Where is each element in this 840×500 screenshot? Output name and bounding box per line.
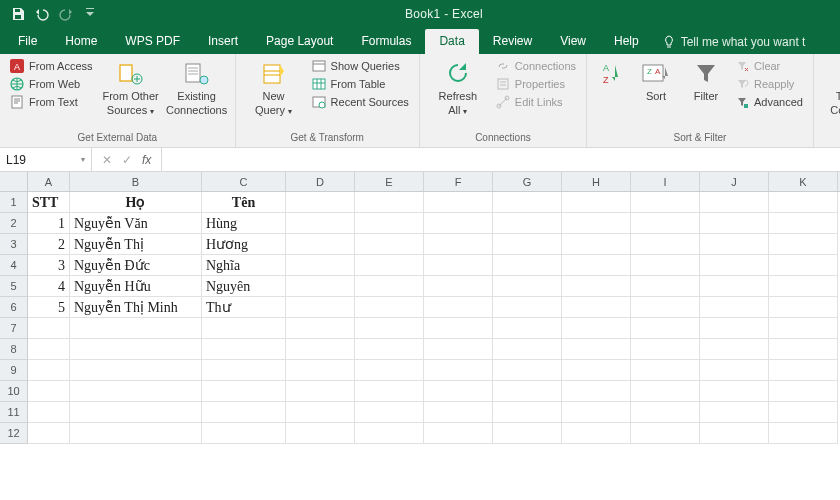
cell[interactable] bbox=[286, 276, 355, 297]
cell[interactable] bbox=[493, 192, 562, 213]
col-header[interactable]: A bbox=[28, 172, 70, 191]
cell[interactable] bbox=[769, 318, 838, 339]
col-header[interactable]: E bbox=[355, 172, 424, 191]
cell[interactable] bbox=[355, 339, 424, 360]
cell[interactable] bbox=[286, 381, 355, 402]
cell[interactable] bbox=[355, 297, 424, 318]
cell[interactable] bbox=[70, 402, 202, 423]
cell[interactable] bbox=[70, 360, 202, 381]
cell[interactable] bbox=[424, 213, 493, 234]
undo-icon[interactable] bbox=[34, 6, 50, 22]
col-header[interactable]: J bbox=[700, 172, 769, 191]
col-header[interactable]: H bbox=[562, 172, 631, 191]
save-icon[interactable] bbox=[10, 6, 26, 22]
cell[interactable] bbox=[286, 255, 355, 276]
cell[interactable] bbox=[286, 192, 355, 213]
cell[interactable]: Hương bbox=[202, 234, 286, 255]
clear-filter-button[interactable]: Clear bbox=[733, 58, 805, 74]
cell[interactable] bbox=[631, 213, 700, 234]
cell[interactable] bbox=[769, 234, 838, 255]
cell[interactable] bbox=[70, 381, 202, 402]
cell[interactable] bbox=[424, 381, 493, 402]
cell[interactable]: Thư bbox=[202, 297, 286, 318]
tell-me-search[interactable]: Tell me what you want t bbox=[653, 30, 816, 54]
col-header[interactable]: F bbox=[424, 172, 493, 191]
cell[interactable] bbox=[202, 402, 286, 423]
cell[interactable] bbox=[562, 423, 631, 444]
cell[interactable] bbox=[631, 234, 700, 255]
cell[interactable] bbox=[424, 339, 493, 360]
cell[interactable] bbox=[700, 402, 769, 423]
col-header[interactable]: D bbox=[286, 172, 355, 191]
show-queries-button[interactable]: Show Queries bbox=[310, 58, 411, 74]
row-header[interactable]: 1 bbox=[0, 192, 28, 213]
cell[interactable]: 5 bbox=[28, 297, 70, 318]
cell[interactable] bbox=[700, 276, 769, 297]
row-header[interactable]: 8 bbox=[0, 339, 28, 360]
cell[interactable] bbox=[769, 339, 838, 360]
cell[interactable] bbox=[355, 423, 424, 444]
cell[interactable]: Nguyễn Đức bbox=[70, 255, 202, 276]
from-table-button[interactable]: From Table bbox=[310, 76, 411, 92]
cell[interactable] bbox=[493, 318, 562, 339]
cell[interactable] bbox=[493, 423, 562, 444]
cell[interactable] bbox=[493, 360, 562, 381]
row-header[interactable]: 9 bbox=[0, 360, 28, 381]
cell[interactable] bbox=[355, 318, 424, 339]
connections-button[interactable]: Connections bbox=[494, 58, 578, 74]
cell[interactable] bbox=[493, 339, 562, 360]
cell[interactable] bbox=[355, 381, 424, 402]
cell[interactable] bbox=[28, 423, 70, 444]
cell[interactable] bbox=[562, 381, 631, 402]
cell[interactable] bbox=[769, 192, 838, 213]
cell[interactable] bbox=[700, 318, 769, 339]
cell[interactable]: Nguyên bbox=[202, 276, 286, 297]
cell[interactable]: STT bbox=[28, 192, 70, 213]
reapply-button[interactable]: Reapply bbox=[733, 76, 805, 92]
cell[interactable] bbox=[769, 423, 838, 444]
text-to-columns-button[interactable]: Text to Columns bbox=[822, 58, 840, 116]
filter-button[interactable]: Filter bbox=[685, 58, 727, 102]
cell[interactable]: 2 bbox=[28, 234, 70, 255]
cell[interactable] bbox=[631, 276, 700, 297]
cell[interactable] bbox=[631, 318, 700, 339]
cell[interactable] bbox=[355, 192, 424, 213]
cell[interactable] bbox=[424, 276, 493, 297]
cell[interactable] bbox=[700, 381, 769, 402]
cell[interactable]: 4 bbox=[28, 276, 70, 297]
row-header[interactable]: 11 bbox=[0, 402, 28, 423]
cell[interactable] bbox=[424, 423, 493, 444]
cell[interactable] bbox=[769, 276, 838, 297]
cell[interactable] bbox=[562, 234, 631, 255]
cell[interactable] bbox=[286, 339, 355, 360]
cell[interactable] bbox=[70, 339, 202, 360]
cell[interactable] bbox=[631, 255, 700, 276]
cell[interactable] bbox=[286, 318, 355, 339]
cell[interactable]: Nguyễn Hữu bbox=[70, 276, 202, 297]
col-header[interactable]: K bbox=[769, 172, 838, 191]
cell[interactable] bbox=[562, 213, 631, 234]
tab-formulas[interactable]: Formulas bbox=[347, 29, 425, 54]
cell[interactable] bbox=[493, 255, 562, 276]
recent-sources-button[interactable]: Recent Sources bbox=[310, 94, 411, 110]
cell[interactable] bbox=[202, 423, 286, 444]
cell[interactable]: Nghĩa bbox=[202, 255, 286, 276]
cell[interactable] bbox=[700, 234, 769, 255]
select-all-corner[interactable] bbox=[0, 172, 28, 191]
cell[interactable] bbox=[355, 255, 424, 276]
cell[interactable] bbox=[70, 423, 202, 444]
fx-icon[interactable]: fx bbox=[142, 153, 151, 167]
cell[interactable] bbox=[700, 192, 769, 213]
cell[interactable] bbox=[700, 423, 769, 444]
cell[interactable]: 1 bbox=[28, 213, 70, 234]
cell[interactable] bbox=[700, 339, 769, 360]
cell[interactable] bbox=[631, 360, 700, 381]
cell[interactable] bbox=[562, 255, 631, 276]
cell[interactable] bbox=[493, 297, 562, 318]
cell[interactable] bbox=[28, 402, 70, 423]
cell[interactable] bbox=[286, 234, 355, 255]
cell[interactable] bbox=[424, 402, 493, 423]
cell[interactable] bbox=[700, 255, 769, 276]
tab-review[interactable]: Review bbox=[479, 29, 546, 54]
col-header[interactable]: B bbox=[70, 172, 202, 191]
